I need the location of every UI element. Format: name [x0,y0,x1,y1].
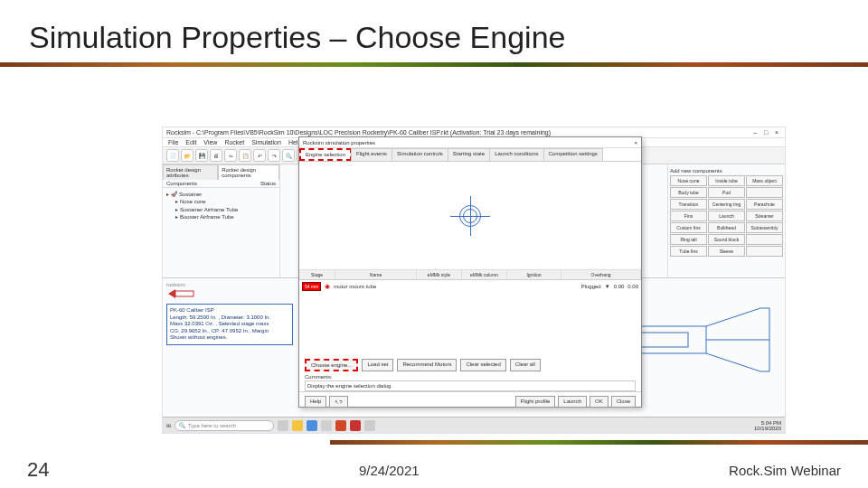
toolbar-btn-4[interactable]: 🖨 [210,149,222,162]
toolbar-btn-7[interactable]: ↶ [253,149,266,162]
btn-blank1[interactable] [746,187,783,198]
component-tree: ▸🚀Sustainer ▸Nose cone ▸Sustainer Airfra… [163,188,279,224]
toolbar-btn-5[interactable]: ✂ [224,149,237,162]
accent-bar-bottom [330,440,868,445]
tree-root[interactable]: ▸🚀Sustainer [166,191,276,198]
expand-icon[interactable]: ▸ [166,191,169,198]
btn-subassembly[interactable]: Subassembly [746,222,783,233]
btn-launch[interactable]: Launch [708,211,745,221]
minimize-button[interactable]: – [750,129,760,136]
taskbar-date: 10/19/2020 [754,426,781,431]
tab-design-attributes[interactable]: Rocket design attributes [163,164,218,180]
btn-pod[interactable]: Pod [708,187,745,198]
btn-blank3[interactable] [746,246,783,257]
close-button[interactable]: × [772,129,781,136]
motor-canvas [299,162,641,270]
btn-soundblock[interactable]: Sound block [708,234,745,245]
tab-starting-state[interactable]: Starting state [448,148,490,161]
expand-icon[interactable]: ▸ [175,198,178,205]
dialog-tabstrip: Engine selection Flight events Simulatio… [299,148,641,162]
motor-table-header: Stage Name eMMk style eMMk column Igniti… [299,270,641,280]
dialog-close-button[interactable]: × [634,140,637,145]
whats-this-button[interactable]: ↖? [329,396,347,408]
choose-engine-button[interactable]: Choose engine... [305,359,358,371]
recommend-motors-button[interactable]: Recommend Motors [397,359,457,371]
expand-icon[interactable]: ▸ [175,213,178,221]
expand-icon[interactable]: ▸ [175,206,178,213]
btn-ringtail[interactable]: Ring tail [670,234,707,245]
svg-rect-1 [175,291,193,296]
overhang-val2: 0.00 [627,284,638,289]
toolbar-btn-9[interactable]: 🔍 [282,149,295,162]
menu-file[interactable]: File [168,139,178,145]
tree-item-booster-tube[interactable]: ▸Booster Airframe Tube [166,213,276,221]
app-screenshot: Rocksim - C:\Program Files\VB5\RockSim 1… [162,127,786,434]
menu-rocket[interactable]: Rocket [224,139,244,145]
btn-sleeve[interactable]: Sleeve [708,246,745,257]
ignition-value: Plugged [581,284,601,289]
taskbar-search[interactable]: 🔍 Type here to search [175,420,274,431]
slide-footer: 24 9/24/2021 Rock.Sim Webinar [0,452,868,488]
motor-table-row[interactable]: 54 mm ◉ motor mount tube Plugged ▼ 0.00 … [299,280,641,293]
taskbar-icon-explorer[interactable] [292,420,303,431]
taskbar-icon-2[interactable] [321,420,332,431]
clear-all-button[interactable]: Clear all [510,359,541,371]
btn-massobject[interactable]: Mass object [746,175,783,186]
taskbar-icon-ppt[interactable] [335,420,346,431]
slide-title: Simulation Properties – Choose Engine [0,0,868,62]
btn-fins[interactable]: Fins [670,211,707,221]
close-dialog-button[interactable]: Close [611,396,636,408]
btn-customfins[interactable]: Custom fins [670,222,707,233]
tree-header-status: Status [260,181,276,186]
app-title-text: Rocksim - C:\Program Files\VB5\RockSim 1… [166,129,551,136]
rocksim-icon [166,287,203,300]
th-name: Name [335,270,417,279]
help-button[interactable]: Help [305,396,326,408]
taskbar-clock[interactable]: 5:04 PM 10/19/2020 [754,420,781,431]
left-pane: Rocket design attributes Rocket design c… [163,164,280,277]
launch-button[interactable]: Launch [558,396,587,408]
menu-simulation[interactable]: Simulation [251,139,281,145]
tab-competition-settings[interactable]: Competition settings [543,148,603,161]
taskbar-icon-edge[interactable] [307,420,317,431]
menu-edit[interactable]: Edit [185,139,196,145]
toolbar-btn-8[interactable]: ↷ [268,149,280,162]
btn-parachute[interactable]: Parachute [746,199,783,210]
toolbar-btn-1[interactable]: 📄 [166,149,179,162]
toolbar-btn-6[interactable]: 📋 [239,149,251,162]
ignition-dropdown-icon[interactable]: ▼ [605,284,610,289]
tree-item-sustainer-tube[interactable]: ▸Sustainer Airframe Tube [166,206,276,213]
toolbar-btn-2[interactable]: 📂 [181,149,193,162]
tab-flight-events[interactable]: Flight events [351,148,392,161]
tab-launch-conditions[interactable]: Launch conditions [489,148,543,161]
ok-button[interactable]: OK [590,396,609,408]
load-set-button[interactable]: Load set [362,359,393,371]
dialog-footer: Help ↖? Flight profile Launch OK Close [299,391,641,411]
tab-simulation-controls[interactable]: Simulation controls [392,148,448,161]
btn-transition[interactable]: Transition [670,199,707,210]
btn-nosecone[interactable]: Nose cone [670,175,707,186]
btn-bulkhead[interactable]: Bulkhead [708,222,745,233]
btn-bodytube[interactable]: Body tube [670,187,707,198]
tab-engine-selection[interactable]: Engine selection [299,148,352,161]
taskbar-icon-rocksim[interactable] [350,420,361,431]
btn-blank2[interactable] [746,234,783,245]
btn-centeringring[interactable]: Centering ring [708,199,745,210]
taskbar-icon-1[interactable] [278,420,288,431]
tree-item-nosecone[interactable]: ▸Nose cone [166,198,276,205]
btn-insidetube[interactable]: Inside tube [708,175,745,186]
tab-design-components[interactable]: Rocket design components [218,164,279,180]
start-button[interactable]: ⊞ [166,422,171,428]
window-controls: – □ × [750,129,781,136]
overhang-val1: 0.00 [614,284,625,289]
toolbar-btn-3[interactable]: 💾 [195,149,208,162]
taskbar-icon-3[interactable] [364,420,375,431]
menu-view[interactable]: View [203,139,217,145]
btn-streamer[interactable]: Streamer [746,211,783,221]
flight-profile-button[interactable]: Flight profile [515,396,556,408]
search-icon: 🔍 [179,422,185,428]
btn-tubefins[interactable]: Tube fins [670,246,707,257]
clear-selected-button[interactable]: Clear selected [460,359,505,371]
motor-ring-inner-icon [463,209,477,223]
maximize-button[interactable]: □ [761,129,770,136]
